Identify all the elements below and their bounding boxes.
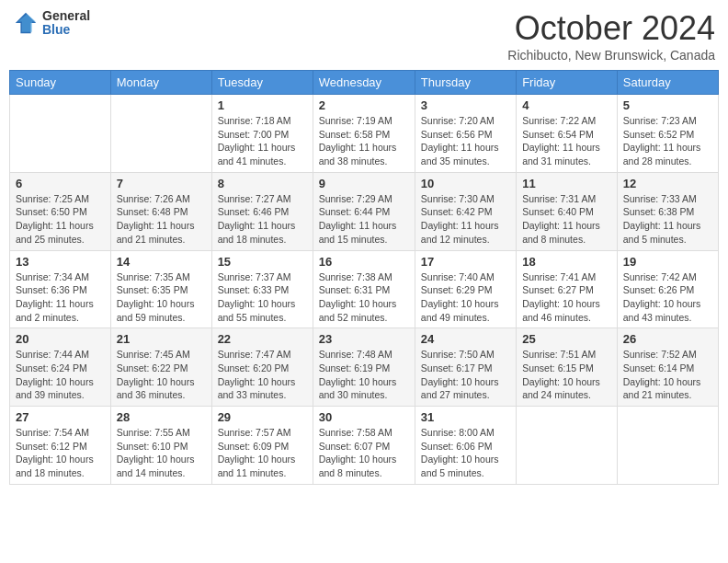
- header-thursday: Thursday: [415, 71, 516, 95]
- calendar-table: Sunday Monday Tuesday Wednesday Thursday…: [9, 70, 719, 485]
- calendar-cell: 23Sunrise: 7:48 AMSunset: 6:19 PMDayligh…: [313, 328, 415, 407]
- day-number: 31: [421, 410, 510, 424]
- calendar-cell: 6Sunrise: 7:25 AMSunset: 6:50 PMDaylight…: [10, 172, 111, 250]
- day-info: Sunrise: 7:58 AMSunset: 6:07 PMDaylight:…: [319, 426, 409, 480]
- header-saturday: Saturday: [617, 71, 718, 95]
- day-info: Sunrise: 7:25 AMSunset: 6:50 PMDaylight:…: [16, 192, 105, 247]
- day-info: Sunrise: 7:29 AMSunset: 6:44 PMDaylight:…: [319, 192, 409, 247]
- calendar-cell: 10Sunrise: 7:30 AMSunset: 6:42 PMDayligh…: [415, 172, 516, 250]
- day-number: 23: [319, 332, 409, 346]
- day-info: Sunrise: 7:20 AMSunset: 6:56 PMDaylight:…: [421, 114, 510, 168]
- day-number: 17: [421, 255, 510, 269]
- calendar-cell: 31Sunrise: 8:00 AMSunset: 6:06 PMDayligh…: [415, 407, 516, 485]
- day-number: 25: [522, 332, 611, 346]
- day-number: 20: [16, 332, 105, 346]
- day-number: 10: [421, 177, 510, 190]
- calendar-cell: [110, 95, 211, 173]
- calendar-cell: 26Sunrise: 7:52 AMSunset: 6:14 PMDayligh…: [617, 328, 718, 407]
- header-sunday: Sunday: [10, 71, 111, 95]
- day-info: Sunrise: 7:23 AMSunset: 6:52 PMDaylight:…: [623, 114, 712, 168]
- day-info: Sunrise: 7:35 AMSunset: 6:35 PMDaylight:…: [117, 270, 206, 325]
- day-number: 13: [16, 255, 105, 269]
- day-number: 1: [218, 98, 307, 112]
- day-info: Sunrise: 7:47 AMSunset: 6:20 PMDaylight:…: [218, 348, 307, 402]
- day-info: Sunrise: 7:33 AMSunset: 6:38 PMDaylight:…: [623, 192, 712, 247]
- day-number: 4: [522, 98, 611, 112]
- day-number: 11: [522, 177, 611, 190]
- day-info: Sunrise: 7:50 AMSunset: 6:17 PMDaylight:…: [421, 348, 510, 402]
- day-number: 22: [218, 332, 307, 346]
- day-number: 15: [218, 255, 307, 269]
- header-tuesday: Tuesday: [211, 71, 313, 95]
- day-number: 19: [623, 255, 712, 269]
- day-number: 8: [218, 177, 307, 190]
- calendar-cell: 30Sunrise: 7:58 AMSunset: 6:07 PMDayligh…: [313, 407, 415, 485]
- logo-text: General Blue: [42, 9, 90, 38]
- calendar-week-2: 6Sunrise: 7:25 AMSunset: 6:50 PMDaylight…: [10, 172, 719, 250]
- day-info: Sunrise: 7:44 AMSunset: 6:24 PMDaylight:…: [16, 348, 105, 402]
- calendar-cell: 16Sunrise: 7:38 AMSunset: 6:31 PMDayligh…: [313, 250, 415, 328]
- calendar-week-4: 20Sunrise: 7:44 AMSunset: 6:24 PMDayligh…: [10, 328, 719, 407]
- day-number: 14: [117, 255, 206, 269]
- day-number: 3: [421, 98, 510, 112]
- day-info: Sunrise: 7:34 AMSunset: 6:36 PMDaylight:…: [16, 270, 105, 325]
- day-number: 29: [218, 410, 307, 424]
- calendar-cell: [517, 407, 618, 485]
- day-number: 24: [421, 332, 510, 346]
- day-info: Sunrise: 7:31 AMSunset: 6:40 PMDaylight:…: [522, 192, 611, 247]
- calendar-cell: [617, 407, 718, 485]
- calendar-cell: 11Sunrise: 7:31 AMSunset: 6:40 PMDayligh…: [517, 172, 618, 250]
- day-info: Sunrise: 7:27 AMSunset: 6:46 PMDaylight:…: [218, 192, 307, 247]
- calendar-cell: 19Sunrise: 7:42 AMSunset: 6:26 PMDayligh…: [617, 250, 718, 328]
- day-info: Sunrise: 7:26 AMSunset: 6:48 PMDaylight:…: [117, 192, 206, 247]
- day-number: 12: [623, 177, 712, 190]
- day-info: Sunrise: 7:37 AMSunset: 6:33 PMDaylight:…: [218, 270, 307, 325]
- day-info: Sunrise: 7:41 AMSunset: 6:27 PMDaylight:…: [522, 270, 611, 325]
- day-number: 18: [522, 255, 611, 269]
- day-info: Sunrise: 7:52 AMSunset: 6:14 PMDaylight:…: [623, 348, 712, 402]
- page-header: General Blue October 2024 Richibucto, Ne…: [9, 9, 719, 63]
- day-info: Sunrise: 7:42 AMSunset: 6:26 PMDaylight:…: [623, 270, 712, 325]
- day-number: 27: [16, 410, 105, 424]
- day-number: 30: [319, 410, 409, 424]
- logo-blue: Blue: [42, 23, 90, 37]
- day-number: 2: [319, 98, 409, 112]
- day-info: Sunrise: 7:22 AMSunset: 6:54 PMDaylight:…: [522, 114, 611, 168]
- day-info: Sunrise: 7:48 AMSunset: 6:19 PMDaylight:…: [319, 348, 409, 402]
- day-info: Sunrise: 7:30 AMSunset: 6:42 PMDaylight:…: [421, 192, 510, 247]
- day-info: Sunrise: 8:00 AMSunset: 6:06 PMDaylight:…: [421, 426, 510, 480]
- calendar-cell: 20Sunrise: 7:44 AMSunset: 6:24 PMDayligh…: [10, 328, 111, 407]
- calendar-cell: 2Sunrise: 7:19 AMSunset: 6:58 PMDaylight…: [313, 95, 415, 173]
- calendar-cell: 12Sunrise: 7:33 AMSunset: 6:38 PMDayligh…: [617, 172, 718, 250]
- calendar-cell: 13Sunrise: 7:34 AMSunset: 6:36 PMDayligh…: [10, 250, 111, 328]
- calendar-cell: 28Sunrise: 7:55 AMSunset: 6:10 PMDayligh…: [110, 407, 211, 485]
- calendar-cell: 7Sunrise: 7:26 AMSunset: 6:48 PMDaylight…: [110, 172, 211, 250]
- day-number: 21: [117, 332, 206, 346]
- calendar-cell: 18Sunrise: 7:41 AMSunset: 6:27 PMDayligh…: [517, 250, 618, 328]
- header-monday: Monday: [110, 71, 211, 95]
- calendar-cell: 21Sunrise: 7:45 AMSunset: 6:22 PMDayligh…: [110, 328, 211, 407]
- calendar-cell: 9Sunrise: 7:29 AMSunset: 6:44 PMDaylight…: [313, 172, 415, 250]
- calendar-cell: 17Sunrise: 7:40 AMSunset: 6:29 PMDayligh…: [415, 250, 516, 328]
- calendar-cell: 14Sunrise: 7:35 AMSunset: 6:35 PMDayligh…: [110, 250, 211, 328]
- day-number: 5: [623, 98, 712, 112]
- calendar-cell: 22Sunrise: 7:47 AMSunset: 6:20 PMDayligh…: [211, 328, 313, 407]
- logo-icon: [13, 10, 39, 36]
- day-info: Sunrise: 7:55 AMSunset: 6:10 PMDaylight:…: [117, 426, 206, 480]
- day-info: Sunrise: 7:40 AMSunset: 6:29 PMDaylight:…: [421, 270, 510, 325]
- calendar-cell: 29Sunrise: 7:57 AMSunset: 6:09 PMDayligh…: [211, 407, 313, 485]
- day-info: Sunrise: 7:38 AMSunset: 6:31 PMDaylight:…: [319, 270, 409, 325]
- day-info: Sunrise: 7:19 AMSunset: 6:58 PMDaylight:…: [319, 114, 409, 168]
- header-friday: Friday: [517, 71, 618, 95]
- calendar-week-1: 1Sunrise: 7:18 AMSunset: 7:00 PMDaylight…: [10, 95, 719, 173]
- day-info: Sunrise: 7:51 AMSunset: 6:15 PMDaylight:…: [522, 348, 611, 402]
- calendar-cell: 3Sunrise: 7:20 AMSunset: 6:56 PMDaylight…: [415, 95, 516, 173]
- calendar-cell: [10, 95, 111, 173]
- day-info: Sunrise: 7:45 AMSunset: 6:22 PMDaylight:…: [117, 348, 206, 402]
- day-info: Sunrise: 7:57 AMSunset: 6:09 PMDaylight:…: [218, 426, 307, 480]
- calendar-cell: 8Sunrise: 7:27 AMSunset: 6:46 PMDaylight…: [211, 172, 313, 250]
- title-section: October 2024 Richibucto, New Brunswick, …: [507, 9, 715, 63]
- logo: General Blue: [13, 9, 90, 38]
- calendar-cell: 27Sunrise: 7:54 AMSunset: 6:12 PMDayligh…: [10, 407, 111, 485]
- day-info: Sunrise: 7:54 AMSunset: 6:12 PMDaylight:…: [16, 426, 105, 480]
